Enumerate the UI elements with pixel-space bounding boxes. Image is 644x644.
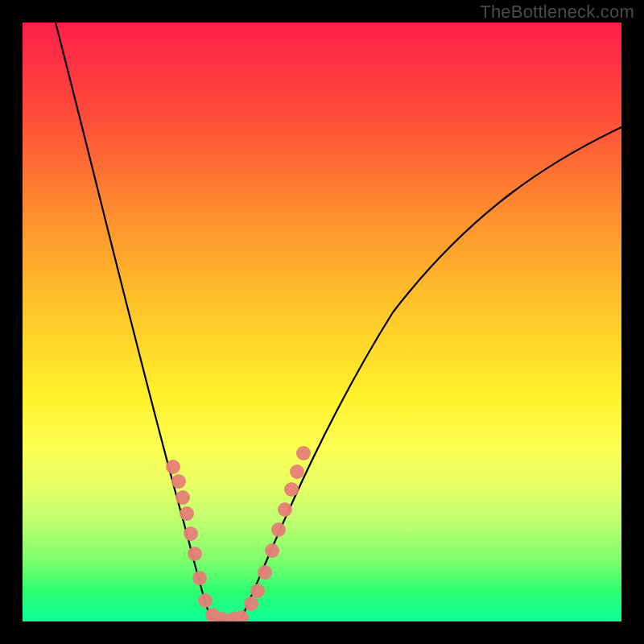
highlight-dot [234, 610, 249, 621]
highlight-dot [258, 565, 272, 580]
highlight-dot [296, 446, 311, 460]
highlight-dot [271, 522, 286, 537]
highlight-dot [265, 543, 279, 558]
highlight-dot [166, 460, 180, 474]
highlight-dot [244, 597, 258, 611]
highlight-dot [188, 547, 202, 561]
highlight-dot [192, 571, 207, 585]
highlight-dot [250, 584, 265, 598]
highlight-dot [278, 502, 292, 517]
highlight-dot [184, 526, 198, 541]
highlight-dot [171, 474, 186, 489]
highlight-dot [198, 593, 213, 608]
highlight-dot [175, 490, 190, 505]
curve-right-branch [242, 127, 621, 618]
highlight-dot [284, 482, 299, 497]
highlight-dot [290, 464, 304, 479]
highlight-dot [180, 506, 194, 521]
plot-area [23, 23, 621, 621]
attribution-text: TheBottleneck.com [480, 2, 634, 23]
highlight-dots-group [166, 446, 311, 621]
outer-frame: TheBottleneck.com [0, 0, 644, 644]
chart-svg [23, 23, 621, 621]
